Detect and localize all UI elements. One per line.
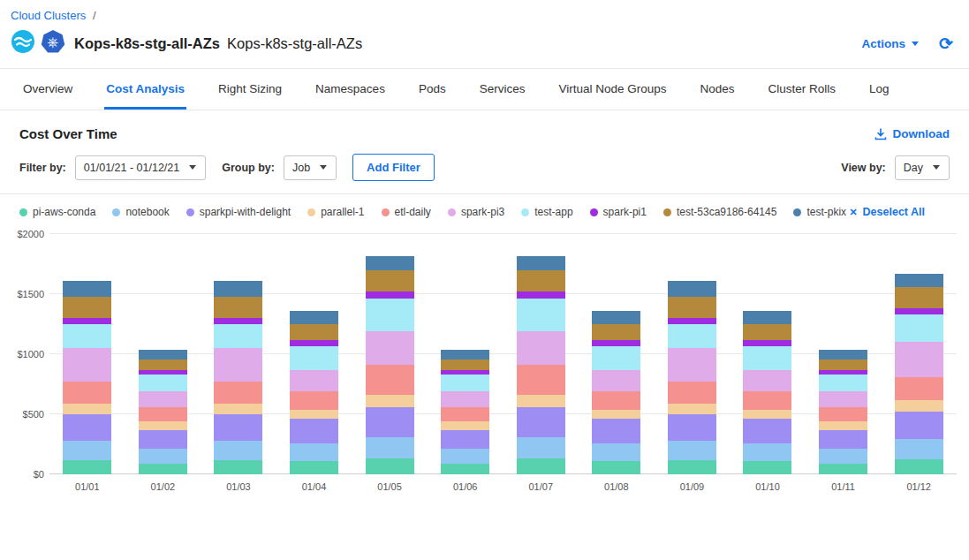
bar-segment-parallel-1[interactable]: [517, 395, 565, 407]
bar-segment-spark-pi3[interactable]: [819, 391, 867, 407]
bar-segment-test-pkix[interactable]: [63, 281, 111, 297]
bar-segment-sparkpi-with-delight[interactable]: [139, 430, 187, 450]
bar-segment-test-53ca9186-64145[interactable]: [819, 359, 867, 370]
bar-segment-spark-pi1[interactable]: [366, 291, 414, 299]
bar-segment-spark-pi3[interactable]: [290, 370, 338, 391]
bar-segment-spark-pi1[interactable]: [517, 291, 565, 299]
bar-segment-sparkpi-with-delight[interactable]: [366, 407, 414, 437]
bar-segment-notebook[interactable]: [743, 443, 791, 461]
legend-item-test-app[interactable]: test-app: [521, 206, 572, 218]
bar-segment-spark-pi1[interactable]: [214, 318, 262, 324]
legend-item-sparkpi-with-delight[interactable]: sparkpi-with-delight: [186, 206, 291, 218]
tab-namespaces[interactable]: Namespaces: [314, 69, 387, 110]
bar-segment-spark-pi1[interactable]: [743, 340, 791, 346]
add-filter-button[interactable]: Add Filter: [352, 154, 435, 181]
tab-virtual-node-groups[interactable]: Virtual Node Groups: [556, 69, 668, 110]
bar-segment-parallel-1[interactable]: [895, 400, 943, 412]
view-by-select[interactable]: Day: [895, 155, 950, 180]
bar-segment-test-pkix[interactable]: [668, 281, 716, 297]
bar-segment-pi-aws-conda[interactable]: [592, 461, 640, 474]
legend-item-etl-daily[interactable]: etl-daily: [382, 206, 431, 218]
bar-segment-parallel-1[interactable]: [441, 421, 489, 430]
legend-item-pi-aws-conda[interactable]: pi-aws-conda: [19, 206, 95, 218]
bar-segment-test-app[interactable]: [895, 314, 943, 342]
bar-segment-etl-daily[interactable]: [895, 377, 943, 400]
bar-segment-test-pkix[interactable]: [517, 256, 565, 270]
legend-item-parallel-1[interactable]: parallel-1: [307, 206, 364, 218]
bar-segment-notebook[interactable]: [290, 443, 338, 461]
bar-segment-spark-pi3[interactable]: [743, 370, 791, 391]
actions-button[interactable]: Actions: [862, 37, 920, 50]
bar-segment-test-pkix[interactable]: [819, 350, 867, 359]
legend-item-spark-pi1[interactable]: spark-pi1: [590, 206, 647, 218]
bar-segment-parallel-1[interactable]: [743, 410, 791, 420]
bar-segment-notebook[interactable]: [366, 437, 414, 458]
tab-cost-analysis[interactable]: Cost Analysis: [104, 69, 186, 110]
bar-segment-test-pkix[interactable]: [366, 256, 414, 270]
legend-item-test-pkix[interactable]: test-pkix: [793, 206, 846, 218]
tab-overview[interactable]: Overview: [21, 69, 74, 110]
bar-segment-test-53ca9186-64145[interactable]: [214, 297, 262, 318]
bar-segment-spark-pi3[interactable]: [517, 331, 565, 365]
bar-segment-notebook[interactable]: [517, 437, 565, 458]
bar-segment-notebook[interactable]: [592, 443, 640, 461]
bar-segment-test-app[interactable]: [63, 324, 111, 348]
bar-stack-01/11[interactable]: [819, 234, 867, 474]
bar-segment-test-53ca9186-64145[interactable]: [63, 297, 111, 318]
bar-segment-notebook[interactable]: [895, 439, 943, 459]
bar-segment-pi-aws-conda[interactable]: [517, 458, 565, 474]
bar-stack-01/02[interactable]: [139, 234, 187, 474]
bar-segment-spark-pi3[interactable]: [441, 391, 489, 407]
bar-segment-test-pkix[interactable]: [895, 274, 943, 287]
tab-right-sizing[interactable]: Right Sizing: [216, 69, 284, 110]
legend-item-spark-pi3[interactable]: spark-pi3: [448, 206, 504, 218]
bar-stack-01/03[interactable]: [214, 234, 262, 474]
bar-segment-sparkpi-with-delight[interactable]: [290, 419, 338, 443]
bar-segment-test-pkix[interactable]: [290, 311, 338, 324]
bar-segment-test-pkix[interactable]: [441, 350, 489, 359]
bar-segment-etl-daily[interactable]: [743, 391, 791, 409]
bar-segment-test-app[interactable]: [819, 375, 867, 391]
bar-stack-01/12[interactable]: [895, 234, 943, 474]
bar-segment-spark-pi3[interactable]: [366, 331, 414, 365]
bar-stack-01/10[interactable]: [743, 234, 791, 474]
group-by-select[interactable]: Job: [284, 155, 337, 180]
bar-segment-etl-daily[interactable]: [139, 407, 187, 421]
refresh-icon[interactable]: ⟳: [939, 35, 953, 52]
bar-segment-pi-aws-conda[interactable]: [139, 464, 187, 474]
bar-segment-spark-pi3[interactable]: [214, 348, 262, 382]
bar-segment-test-pkix[interactable]: [743, 311, 791, 324]
bar-segment-parallel-1[interactable]: [819, 421, 867, 430]
bar-segment-sparkpi-with-delight[interactable]: [819, 430, 867, 450]
deselect-all-button[interactable]: ✕ Deselect All: [849, 206, 950, 218]
bar-segment-sparkpi-with-delight[interactable]: [592, 419, 640, 443]
bar-segment-pi-aws-conda[interactable]: [441, 464, 489, 474]
bar-stack-01/05[interactable]: [366, 234, 414, 474]
bar-segment-spark-pi3[interactable]: [63, 348, 111, 382]
bar-segment-spark-pi1[interactable]: [895, 308, 943, 314]
date-range-select[interactable]: 01/01/21 - 01/12/21: [75, 155, 206, 180]
bar-segment-sparkpi-with-delight[interactable]: [743, 419, 791, 443]
legend-item-notebook[interactable]: notebook: [112, 206, 169, 218]
bar-segment-test-53ca9186-64145[interactable]: [290, 324, 338, 340]
bar-stack-01/01[interactable]: [63, 234, 111, 474]
bar-segment-test-53ca9186-64145[interactable]: [517, 270, 565, 291]
bar-segment-test-53ca9186-64145[interactable]: [366, 270, 414, 291]
bar-segment-etl-daily[interactable]: [668, 382, 716, 403]
bar-stack-01/08[interactable]: [592, 234, 640, 474]
tab-nodes[interactable]: Nodes: [699, 69, 737, 110]
bar-segment-pi-aws-conda[interactable]: [214, 460, 262, 474]
bar-segment-parallel-1[interactable]: [668, 404, 716, 414]
bar-segment-etl-daily[interactable]: [366, 365, 414, 395]
bar-segment-pi-aws-conda[interactable]: [668, 460, 716, 474]
bar-segment-parallel-1[interactable]: [290, 410, 338, 420]
bar-segment-notebook[interactable]: [441, 449, 489, 463]
bar-segment-notebook[interactable]: [819, 449, 867, 463]
bar-segment-parallel-1[interactable]: [592, 410, 640, 420]
bar-segment-etl-daily[interactable]: [592, 391, 640, 409]
bar-segment-etl-daily[interactable]: [819, 407, 867, 421]
bar-segment-sparkpi-with-delight[interactable]: [517, 407, 565, 437]
bar-segment-parallel-1[interactable]: [139, 421, 187, 430]
bar-segment-notebook[interactable]: [214, 441, 262, 460]
bar-segment-parallel-1[interactable]: [63, 404, 111, 414]
